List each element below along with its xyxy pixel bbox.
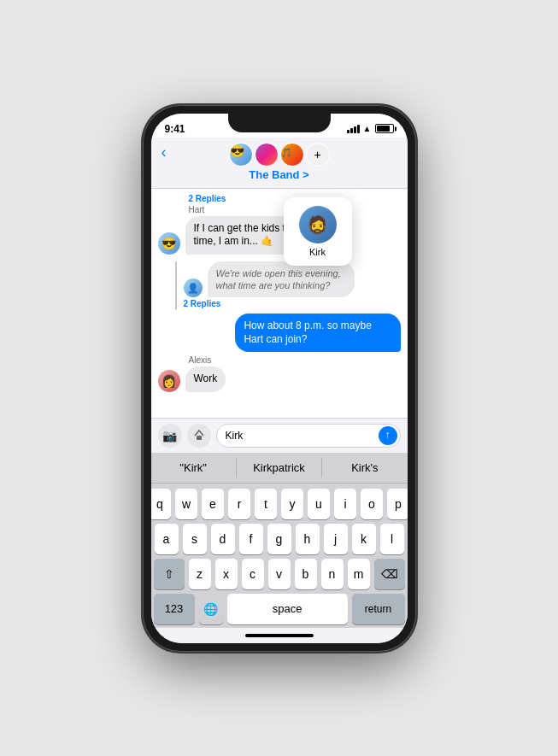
home-indicator-bar — [151, 628, 408, 643]
message-row-alexis: 👩 Work — [158, 366, 401, 392]
key-a[interactable]: a — [155, 524, 179, 554]
thread-avatar: 👤 — [184, 278, 203, 297]
key-j[interactable]: j — [324, 524, 348, 554]
signal-bar-4 — [357, 125, 360, 133]
chat-messages[interactable]: 2 Replies Hart 😎 If I can get the kids t… — [151, 189, 408, 418]
screen-content: ‹ 😎 🎵 + The Band > 2 Replies — [151, 138, 408, 643]
key-h[interactable]: h — [296, 524, 320, 554]
key-u[interactable]: u — [308, 489, 330, 519]
keyboard-row-1: q w e r t y u i o p — [154, 489, 405, 519]
input-bar: 📷 Kirk ↑ — [151, 418, 408, 453]
avatar-extra: + — [306, 143, 330, 167]
bubble-alexis: Work — [185, 366, 226, 392]
phone-frame: 9:41 ▲ ‹ 😎 — [143, 105, 416, 652]
input-wrapper: Kirk ↑ — [216, 424, 401, 448]
space-key[interactable]: space — [227, 594, 348, 624]
key-r[interactable]: r — [228, 489, 250, 519]
signal-bar-1 — [347, 130, 349, 133]
message-group-alexis: Alexis 👩 Work — [158, 355, 401, 392]
thread-message: 👤 We're wide open this evening, what tim… — [184, 261, 401, 298]
autocomplete-kirks[interactable]: Kirk's — [322, 458, 407, 478]
key-c[interactable]: c — [242, 559, 264, 589]
mention-name: Kirk — [309, 247, 326, 257]
key-o[interactable]: o — [361, 489, 383, 519]
key-b[interactable]: b — [295, 559, 317, 589]
key-e[interactable]: e — [202, 489, 224, 519]
thread-content: 👤 We're wide open this evening, what tim… — [184, 261, 401, 311]
numbers-key[interactable]: 123 — [154, 594, 195, 624]
status-time: 9:41 — [165, 123, 185, 135]
key-d[interactable]: d — [211, 524, 235, 554]
key-g[interactable]: g — [267, 524, 291, 554]
input-text: Kirk — [226, 430, 244, 442]
autocomplete-bar: "Kirk" Kirkpatrick Kirk's — [151, 453, 408, 483]
home-indicator — [245, 634, 314, 637]
mention-popup[interactable]: 🧔 Kirk — [284, 197, 352, 266]
bubble-outgoing: How about 8 p.m. so maybe Hart can join? — [235, 314, 400, 352]
thread-container: 👤 We're wide open this evening, what tim… — [175, 261, 401, 311]
app-store-button[interactable] — [187, 424, 211, 448]
key-l[interactable]: l — [380, 524, 404, 554]
key-p[interactable]: p — [387, 489, 408, 519]
key-y[interactable]: y — [281, 489, 303, 519]
key-f[interactable]: f — [239, 524, 263, 554]
message-input[interactable]: Kirk — [216, 424, 401, 448]
message-row-outgoing: How about 8 p.m. so maybe Hart can join? — [158, 314, 401, 352]
key-t[interactable]: t — [255, 489, 277, 519]
autocomplete-kirk-quoted[interactable]: "Kirk" — [151, 458, 237, 478]
thread-bubble: We're wide open this evening, what time … — [208, 261, 355, 298]
keyboard: q w e r t y u i o p a s d f g — [151, 483, 408, 628]
key-n[interactable]: n — [321, 559, 344, 589]
back-button[interactable]: ‹ — [162, 144, 167, 160]
signal-bar-3 — [354, 126, 356, 133]
key-w[interactable]: w — [175, 489, 197, 519]
notch — [228, 114, 331, 132]
battery-fill — [377, 126, 390, 132]
mention-avatar: 🧔 — [299, 206, 337, 243]
sender-alexis: Alexis — [189, 355, 401, 365]
nav-header: ‹ 😎 🎵 + The Band > — [151, 138, 408, 189]
replies-2[interactable]: 2 Replies — [184, 299, 401, 308]
avatar-1: 😎 — [229, 143, 253, 167]
shift-key[interactable]: ⇧ — [154, 559, 185, 589]
signal-icon — [347, 125, 360, 133]
signal-bar-2 — [350, 128, 353, 133]
avatar-2 — [255, 143, 279, 167]
svg-rect-0 — [197, 436, 202, 440]
phone-screen: 9:41 ▲ ‹ 😎 — [151, 114, 408, 643]
autocomplete-kirkpatrick[interactable]: Kirkpatrick — [237, 458, 322, 478]
delete-key[interactable]: ⌫ — [374, 559, 405, 589]
key-m[interactable]: m — [348, 559, 370, 589]
status-icons: ▲ — [347, 124, 394, 133]
key-q[interactable]: q — [151, 489, 172, 519]
avatar-3: 🎵 — [280, 143, 304, 167]
keyboard-row-3: ⇧ z x c v b n m ⌫ — [154, 559, 405, 589]
avatar-alexis: 👩 — [158, 370, 180, 392]
key-x[interactable]: x — [215, 559, 238, 589]
avatar-group: 😎 🎵 + — [229, 143, 330, 167]
key-s[interactable]: s — [183, 524, 207, 554]
return-key[interactable]: return — [352, 594, 405, 624]
key-i[interactable]: i — [334, 489, 356, 519]
group-name[interactable]: The Band > — [249, 168, 308, 181]
thread-line — [175, 261, 177, 311]
emoji-key[interactable]: 🌐 — [199, 594, 223, 624]
message-row-1: 😎 If I can get the kids to bed on time, … — [158, 216, 401, 255]
camera-button[interactable]: 📷 — [158, 424, 182, 448]
app-icon — [192, 429, 206, 442]
keyboard-bottom-row: 123 🌐 space return — [154, 594, 405, 624]
send-button[interactable]: ↑ — [379, 426, 397, 445]
key-v[interactable]: v — [268, 559, 291, 589]
keyboard-row-2: a s d f g h j k l — [154, 524, 405, 554]
key-k[interactable]: k — [352, 524, 376, 554]
key-z[interactable]: z — [189, 559, 211, 589]
wifi-icon: ▲ — [363, 124, 372, 133]
send-arrow-icon: ↑ — [385, 430, 391, 440]
battery-icon — [375, 124, 394, 133]
message-group-1: 2 Replies Hart 😎 If I can get the kids t… — [158, 194, 401, 255]
avatar-hart: 😎 — [158, 232, 180, 255]
